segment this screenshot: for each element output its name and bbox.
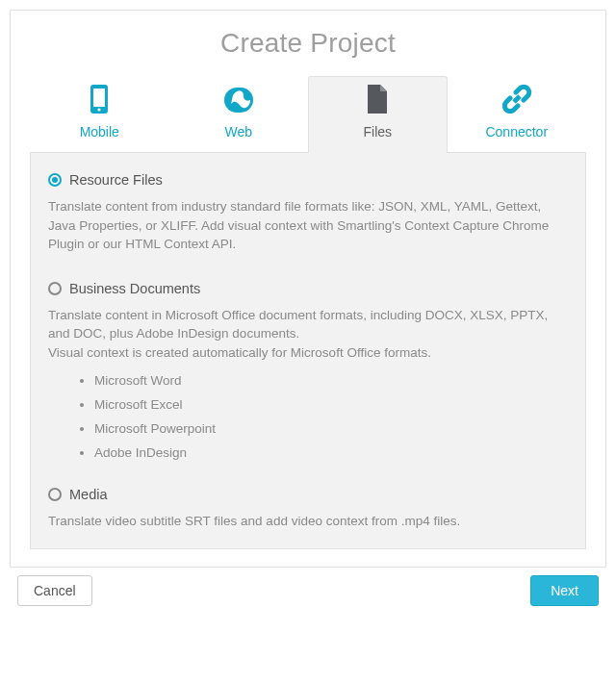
option-description: Translate content from industry standard…: [48, 197, 568, 254]
tab-label: Files: [313, 124, 443, 139]
option-resource-files-radio[interactable]: Resource Files: [48, 172, 568, 188]
tab-label: Connector: [452, 124, 582, 139]
svg-point-2: [98, 108, 101, 111]
list-item: Microsoft Excel: [94, 397, 568, 412]
tab-bar: Mobile Web Files Connector: [11, 76, 605, 153]
radio-icon: [48, 488, 62, 501]
option-title: Business Documents: [69, 281, 200, 296]
link-icon: [452, 85, 582, 116]
tab-mobile[interactable]: Mobile: [30, 76, 169, 153]
option-media: Media Translate video subtitle SRT files…: [48, 487, 568, 531]
list-item: Adobe InDesign: [94, 445, 568, 460]
option-title: Media: [69, 487, 108, 502]
business-formats-list: Microsoft Word Microsoft Excel Microsoft…: [94, 373, 568, 460]
tab-connector[interactable]: Connector: [448, 76, 587, 153]
option-description: Translate content in Microsoft Office do…: [48, 306, 568, 363]
option-description: Translate video subtitle SRT files and a…: [48, 512, 568, 531]
svg-rect-1: [93, 89, 105, 107]
tab-files[interactable]: Files: [308, 76, 448, 153]
list-item: Microsoft Word: [94, 373, 568, 388]
options-panel: Resource Files Translate content from in…: [30, 152, 586, 549]
option-business-documents-radio[interactable]: Business Documents: [48, 281, 568, 296]
radio-icon: [48, 173, 62, 187]
list-item: Microsoft Powerpoint: [94, 421, 568, 436]
globe-icon: [174, 87, 304, 116]
next-button[interactable]: Next: [530, 575, 599, 606]
tab-label: Mobile: [35, 124, 165, 139]
tab-web[interactable]: Web: [169, 78, 309, 153]
dialog-title: Create Project: [11, 11, 605, 76]
tab-label: Web: [174, 124, 304, 139]
create-project-dialog: Create Project Mobile Web Files Conn: [10, 10, 606, 568]
cancel-button[interactable]: Cancel: [17, 575, 92, 606]
radio-icon: [48, 282, 62, 295]
option-resource-files: Resource Files Translate content from in…: [48, 172, 568, 254]
option-media-radio[interactable]: Media: [48, 487, 568, 502]
option-title: Resource Files: [69, 172, 163, 188]
dialog-footer: Cancel Next: [10, 575, 606, 614]
option-business-documents: Business Documents Translate content in …: [48, 281, 568, 461]
mobile-icon: [35, 85, 165, 116]
file-icon: [313, 85, 443, 116]
